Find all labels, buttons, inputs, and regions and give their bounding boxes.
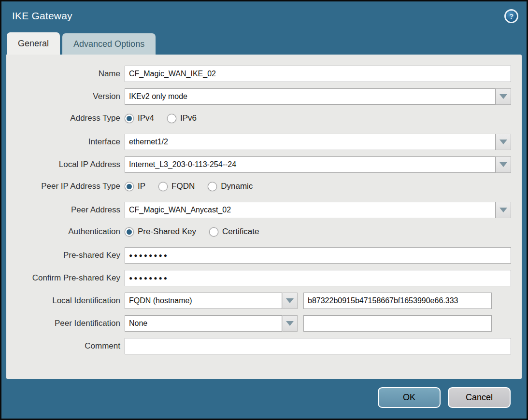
form-row-confirm-pre-shared-key: Confirm Pre-shared Key [6, 270, 522, 286]
radio-ipv6[interactable] [167, 114, 176, 123]
radio-pre-shared-key[interactable] [125, 227, 134, 237]
peer-address-dropdown [125, 202, 511, 218]
radio-peer-ip-label: IP [138, 182, 145, 191]
tab-strip: General Advanced Options [1, 30, 527, 55]
interface-input[interactable] [125, 134, 496, 150]
help-icon[interactable]: ? [504, 9, 518, 23]
radio-peer-ip[interactable] [125, 182, 134, 191]
form-row-peer-identification: Peer Identification [6, 315, 522, 332]
form-row-address-type: Address Type IPv4 IPv6 [6, 111, 522, 126]
local-ip-address-input[interactable] [125, 156, 496, 173]
peer-identification-value-input[interactable] [303, 315, 492, 332]
form-row-name: Name [6, 66, 522, 82]
radio-ipv6-label: IPv6 [180, 113, 197, 123]
radio-ipv4[interactable] [125, 114, 134, 123]
local-ip-address-label: Local IP Address [6, 160, 125, 169]
radio-certificate-label: Certificate [222, 227, 259, 237]
form-row-version: Version [6, 88, 522, 105]
interface-dropdown [125, 134, 511, 150]
address-type-label: Address Type [6, 113, 125, 123]
form-row-peer-address: Peer Address [6, 202, 522, 218]
local-identification-label: Local Identification [6, 296, 125, 306]
radio-peer-fqdn[interactable] [158, 182, 168, 191]
radio-ipv4-label: IPv4 [138, 113, 154, 123]
version-label: Version [6, 92, 125, 101]
peer-identification-type-input[interactable] [125, 315, 282, 332]
radio-peer-fqdn-label: FQDN [171, 182, 195, 191]
name-label: Name [6, 69, 125, 79]
confirm-pre-shared-key-label: Confirm Pre-shared Key [6, 273, 125, 283]
form-row-authentication: Authentication Pre-Shared Key Certificat… [6, 224, 522, 239]
form-row-local-ip-address: Local IP Address [6, 156, 522, 173]
interface-dropdown-button[interactable] [496, 134, 511, 150]
form-row-comment: Comment [6, 338, 522, 354]
tab-advanced-options[interactable]: Advanced Options [62, 33, 156, 55]
general-tab-panel: Name Version Address Type IPv4 IPv6 Inte… [6, 55, 522, 379]
chevron-down-icon [499, 140, 507, 144]
dialog-footer: OK Cancel [1, 379, 527, 419]
local-identification-value-input[interactable] [303, 293, 492, 309]
name-input[interactable] [125, 66, 511, 82]
peer-address-label: Peer Address [6, 205, 125, 215]
comment-input[interactable] [125, 338, 511, 354]
peer-identification-label: Peer Identification [6, 319, 125, 328]
local-ip-address-dropdown [125, 156, 511, 173]
confirm-pre-shared-key-input[interactable] [125, 270, 511, 286]
chevron-down-icon [499, 208, 507, 212]
pre-shared-key-input[interactable] [125, 247, 511, 264]
comment-label: Comment [6, 341, 125, 351]
interface-label: Interface [6, 137, 125, 147]
tab-general[interactable]: General [7, 32, 60, 55]
dialog-title: IKE Gateway [12, 10, 72, 22]
radio-pre-shared-key-label: Pre-Shared Key [138, 227, 196, 237]
form-row-pre-shared-key: Pre-shared Key [6, 247, 522, 264]
radio-peer-dynamic[interactable] [208, 182, 217, 191]
peer-identification-dropdown-button[interactable] [282, 315, 298, 332]
chevron-down-icon [286, 298, 294, 303]
form-row-peer-ip-address-type: Peer IP Address Type IP FQDN Dynamic [6, 179, 522, 194]
radio-peer-dynamic-label: Dynamic [221, 182, 253, 191]
cancel-button[interactable]: Cancel [448, 387, 511, 408]
authentication-label: Authentication [6, 227, 125, 237]
chevron-down-icon [499, 162, 507, 167]
ok-button[interactable]: OK [378, 387, 441, 408]
peer-address-dropdown-button[interactable] [496, 202, 511, 218]
dialog-titlebar: IKE Gateway ? [1, 1, 527, 30]
version-dropdown-button[interactable] [496, 88, 511, 105]
pre-shared-key-label: Pre-shared Key [6, 251, 125, 260]
ike-gateway-dialog: IKE Gateway ? General Advanced Options N… [0, 0, 528, 420]
form-row-local-identification: Local Identification [6, 293, 522, 309]
radio-certificate[interactable] [209, 227, 218, 237]
chevron-down-icon [499, 94, 507, 99]
chevron-down-icon [286, 321, 294, 326]
form-row-interface: Interface [6, 134, 522, 150]
version-input[interactable] [125, 88, 496, 105]
local-identification-type-input[interactable] [125, 293, 282, 309]
peer-ip-address-type-label: Peer IP Address Type [6, 182, 125, 191]
version-dropdown [125, 88, 511, 105]
peer-address-input[interactable] [125, 202, 496, 218]
local-ip-address-dropdown-button[interactable] [496, 156, 511, 173]
local-identification-dropdown-button[interactable] [282, 293, 298, 309]
peer-identification-type-dropdown [125, 315, 298, 332]
local-identification-type-dropdown [125, 293, 298, 309]
